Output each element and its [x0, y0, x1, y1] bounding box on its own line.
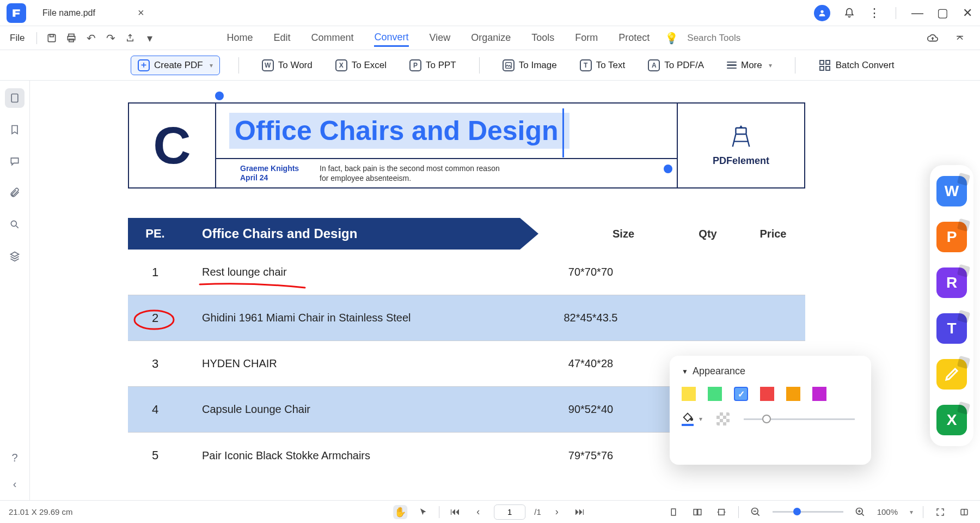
print-icon[interactable]: [63, 30, 79, 46]
document-canvas[interactable]: C Office Chairs and Design Graeme Knight…: [30, 81, 980, 500]
tab-view[interactable]: View: [430, 30, 451, 46]
tab-home[interactable]: Home: [226, 30, 253, 46]
hand-tool-icon[interactable]: ✋: [393, 505, 407, 519]
close-window-icon[interactable]: ✕: [961, 7, 973, 19]
first-page-icon[interactable]: ⏮: [448, 505, 462, 519]
quick-excel-icon[interactable]: X: [936, 405, 967, 435]
thumbnails-icon[interactable]: [5, 88, 24, 108]
svg-rect-11: [11, 94, 18, 102]
to-image-button[interactable]: To Image: [498, 56, 561, 75]
svg-rect-1: [48, 34, 56, 41]
annotation-underline-red[interactable]: [199, 281, 308, 291]
chevron-down-icon: ▾: [769, 62, 772, 69]
brand-name: PDFelement: [713, 155, 769, 167]
search-rail-icon[interactable]: [5, 215, 24, 234]
chevron-down-icon[interactable]: ▾: [910, 508, 913, 516]
two-page-view-icon[interactable]: [690, 505, 705, 519]
quick-note-icon[interactable]: [936, 359, 967, 390]
popup-header[interactable]: ▼ Appearance: [682, 366, 859, 377]
cell-name: HYDEN CHAIR: [182, 357, 520, 370]
transparency-icon[interactable]: [716, 412, 730, 425]
help-icon[interactable]: ?: [5, 448, 24, 467]
fit-width-icon[interactable]: [714, 505, 728, 519]
zoom-in-icon[interactable]: [853, 505, 867, 519]
color-swatch-red[interactable]: [760, 387, 774, 401]
slider-thumb[interactable]: [762, 415, 771, 423]
last-page-icon[interactable]: ⏭: [573, 505, 587, 519]
page-number-input[interactable]: [494, 504, 525, 520]
text-caret: [562, 108, 564, 157]
profile-button[interactable]: [814, 5, 830, 21]
cell-name: Capsule Lounge Chair: [182, 403, 520, 416]
to-word-button[interactable]: WTo Word: [258, 56, 317, 75]
comment-icon[interactable]: [5, 151, 24, 171]
color-swatch-blue-selected[interactable]: [734, 387, 748, 401]
separator: [36, 32, 37, 44]
text-selection[interactable]: Office Chairs and Design: [229, 113, 569, 149]
lightbulb-icon[interactable]: 💡: [665, 32, 678, 45]
kebab-menu-icon[interactable]: ⋮: [868, 7, 880, 19]
to-excel-button[interactable]: XTo Excel: [331, 56, 391, 75]
svg-rect-7: [820, 60, 824, 64]
pointer-tool-icon[interactable]: [416, 505, 430, 519]
maximize-icon[interactable]: ▢: [936, 7, 948, 19]
opacity-slider[interactable]: [744, 418, 855, 420]
tab-protect[interactable]: Protect: [618, 30, 650, 46]
status-bar: 21.01 X 29.69 cm ✋ ⏮ ‹ /1 › ⏭ 100% ▾: [0, 500, 980, 523]
quick-ppt-icon[interactable]: P: [936, 222, 967, 252]
subtitle-text: In fact, back pain is the second most co…: [320, 163, 505, 183]
attachment-icon[interactable]: [5, 183, 24, 203]
bell-icon[interactable]: [843, 7, 855, 19]
share-icon[interactable]: [122, 30, 138, 46]
undo-icon[interactable]: ↶: [83, 30, 99, 46]
layers-icon[interactable]: [5, 246, 24, 266]
color-swatch-purple[interactable]: [812, 387, 826, 401]
quick-rtf-icon[interactable]: R: [936, 267, 967, 298]
to-pdfa-button[interactable]: ATo PDF/A: [644, 56, 708, 75]
search-tools-input[interactable]: [687, 33, 763, 44]
file-menu[interactable]: File: [4, 31, 30, 46]
cloud-upload-icon[interactable]: [924, 30, 941, 46]
close-tab-icon[interactable]: ×: [138, 7, 144, 19]
color-swatches: [682, 387, 859, 401]
tab-form[interactable]: Form: [575, 30, 598, 46]
more-button[interactable]: More▾: [722, 57, 776, 74]
collapse-rail-icon[interactable]: ‹: [5, 474, 24, 494]
zoom-slider[interactable]: [773, 511, 843, 513]
tab-tools[interactable]: Tools: [531, 30, 554, 46]
document-tab[interactable]: File name.pdf ×: [37, 3, 150, 22]
reading-mode-icon[interactable]: [957, 505, 971, 519]
fill-color-button[interactable]: ▾: [682, 412, 702, 426]
single-page-view-icon[interactable]: [666, 505, 681, 519]
color-swatch-orange[interactable]: [786, 387, 800, 401]
batch-convert-button[interactable]: Batch Convert: [814, 56, 899, 75]
fullscreen-icon[interactable]: [933, 505, 947, 519]
color-swatch-yellow[interactable]: [682, 387, 696, 401]
chevron-up-icon[interactable]: [952, 30, 968, 46]
tab-comment[interactable]: Comment: [311, 30, 353, 46]
appearance-popup[interactable]: ▼ Appearance: [670, 356, 871, 465]
zoom-out-icon[interactable]: [749, 505, 763, 519]
selection-handle-start[interactable]: [215, 92, 224, 100]
redo-icon[interactable]: ↷: [102, 30, 119, 46]
prev-page-icon[interactable]: ‹: [471, 505, 485, 519]
tab-edit[interactable]: Edit: [273, 30, 290, 46]
next-page-icon[interactable]: ›: [550, 505, 564, 519]
tab-convert[interactable]: Convert: [374, 29, 408, 47]
annotation-circle-red[interactable]: [132, 308, 176, 331]
to-text-button[interactable]: TTo Text: [575, 56, 630, 75]
minimize-icon[interactable]: —: [911, 7, 923, 19]
dropdown-icon[interactable]: ▾: [142, 30, 158, 46]
to-ppt-button[interactable]: PTo PPT: [405, 56, 461, 75]
quick-text-icon[interactable]: T: [936, 313, 967, 344]
tab-organize[interactable]: Organize: [471, 30, 511, 46]
zoom-thumb[interactable]: [793, 508, 801, 515]
app-logo[interactable]: [7, 3, 26, 23]
quick-word-icon[interactable]: W: [936, 176, 967, 206]
popup-title: Appearance: [693, 366, 745, 377]
bookmark-icon[interactable]: [5, 120, 24, 139]
color-swatch-green[interactable]: [708, 387, 722, 401]
ppt-icon: P: [409, 59, 421, 71]
create-pdf-button[interactable]: ＋ Create PDF ▾: [131, 56, 220, 75]
save-icon[interactable]: [44, 30, 60, 46]
